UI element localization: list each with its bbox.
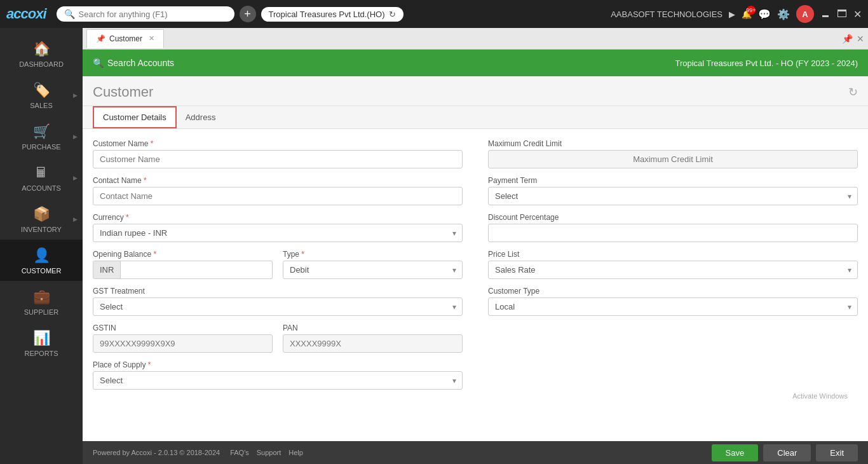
inventory-arrow: ▶: [73, 216, 78, 222]
add-button[interactable]: +: [240, 6, 256, 22]
sales-arrow: ▶: [73, 92, 78, 99]
tab-close-all-button[interactable]: ✕: [857, 34, 864, 44]
tab-close-button[interactable]: ✕: [149, 34, 154, 43]
green-header: 🔍 Search Accounts Tropical Treasures Pvt…: [83, 50, 868, 76]
dashboard-icon: 🏠: [33, 41, 50, 57]
windows-activate: Activate Windows: [93, 390, 858, 402]
sidebar-label-reports: REPORTS: [25, 350, 58, 357]
sidebar: 🏠 DASHBOARD 🏷️ SALES ▶ 🛒 PURCHASE ▶ 🖩 AC…: [0, 28, 83, 464]
search-accounts-label: Search Accounts: [107, 58, 174, 68]
sidebar-label-purchase: PURCHASE: [22, 143, 60, 151]
price-list-select[interactable]: Sales Rate: [488, 261, 858, 279]
notification-bell[interactable]: 🔔 99+: [742, 10, 752, 19]
sidebar-label-accounts: ACCOUNTS: [22, 184, 61, 192]
reports-icon: 📊: [33, 330, 50, 346]
user-label: AABASOFT TECHNOLOGIES: [611, 10, 722, 19]
tab-address[interactable]: Address: [177, 106, 225, 128]
contact-name-group: Contact Name *: [93, 176, 463, 205]
form-left-column: Customer Name * Contact Name * Currency …: [93, 139, 463, 390]
arrow-icon: ▶: [729, 10, 735, 19]
main-content: 📌 Customer ✕ 📌 ✕ 🔍 Search Accounts Tropi…: [83, 28, 868, 464]
tab-pin-button[interactable]: 📌: [842, 34, 853, 44]
sidebar-label-dashboard: DASHBOARD: [19, 60, 64, 68]
clear-button[interactable]: Clear: [763, 444, 811, 461]
sidebar-label-inventory: INVENTORY: [21, 226, 62, 233]
type-select[interactable]: Debit: [283, 261, 463, 279]
place-of-supply-select-wrapper: Select: [93, 371, 463, 390]
tab-bar: 📌 Customer ✕ 📌 ✕: [83, 28, 868, 50]
place-of-supply-select[interactable]: Select: [93, 371, 463, 390]
maximize-icon[interactable]: 🗖: [837, 8, 847, 20]
sales-icon: 🏷️: [33, 82, 50, 99]
gst-treatment-group: GST Treatment Select: [93, 287, 463, 316]
accounts-arrow: ▶: [73, 175, 78, 181]
opening-balance-input[interactable]: 0.00: [121, 261, 273, 279]
close-icon[interactable]: ✕: [853, 8, 862, 20]
search-bar[interactable]: 🔍: [57, 6, 234, 22]
page-refresh-button[interactable]: ↻: [848, 85, 858, 99]
settings-icon[interactable]: ⚙️: [777, 8, 790, 20]
inr-badge: INR: [93, 261, 121, 279]
sidebar-item-customer[interactable]: 👤 CUSTOMER: [0, 240, 83, 281]
footer-links: FAQ's Support Help: [230, 449, 303, 456]
payment-term-group: Payment Term Select: [488, 176, 858, 205]
opening-balance-label: Opening Balance *: [93, 250, 273, 259]
form-columns: Customer Name * Contact Name * Currency …: [93, 139, 858, 390]
notification-count: 99+: [747, 6, 756, 15]
customer-tab[interactable]: 📌 Customer ✕: [86, 29, 164, 48]
footer: Powered by Accoxi - 2.0.13 © 2018-2024 F…: [83, 441, 868, 464]
sidebar-label-customer: CUSTOMER: [22, 267, 62, 275]
sidebar-item-supplier[interactable]: 💼 SUPPLIER: [0, 281, 83, 322]
sidebar-item-inventory[interactable]: 📦 INVENTORY ▶: [0, 198, 83, 240]
tab-customer-details[interactable]: Customer Details: [93, 106, 177, 128]
exit-button[interactable]: Exit: [816, 444, 858, 461]
company-name: Tropical Treasures Pvt Ltd.(HO): [269, 10, 385, 19]
company-selector[interactable]: Tropical Treasures Pvt Ltd.(HO) ↻: [261, 7, 403, 22]
discount-percentage-input[interactable]: 0.00: [488, 224, 858, 242]
sidebar-item-accounts[interactable]: 🖩 ACCOUNTS ▶: [0, 157, 83, 198]
currency-group: Currency * Indian rupee - INR: [93, 213, 463, 242]
pan-input[interactable]: [283, 334, 463, 353]
supplier-icon: 💼: [33, 289, 50, 305]
accounts-icon: 🖩: [34, 165, 48, 181]
discount-percentage-group: Discount Percentage 0.00: [488, 213, 858, 242]
minimize-icon[interactable]: 🗕: [820, 8, 831, 20]
search-input[interactable]: [79, 10, 219, 19]
sidebar-item-reports[interactable]: 📊 REPORTS: [0, 322, 83, 364]
pan-label: PAN: [283, 324, 463, 332]
sidebar-item-sales[interactable]: 🏷️ SALES ▶: [0, 74, 83, 116]
sidebar-item-purchase[interactable]: 🛒 PURCHASE ▶: [0, 116, 83, 157]
sidebar-item-dashboard[interactable]: 🏠 DASHBOARD: [0, 33, 83, 74]
help-link[interactable]: Help: [288, 449, 303, 456]
opening-balance-type-row: Opening Balance * INR 0.00 Type *: [93, 250, 463, 279]
payment-term-select[interactable]: Select: [488, 187, 858, 205]
customer-name-group: Customer Name *: [93, 139, 463, 168]
purchase-icon: 🛒: [33, 123, 50, 140]
gst-treatment-select-wrapper: Select: [93, 297, 463, 316]
search-accounts-button[interactable]: 🔍 Search Accounts: [93, 58, 174, 68]
gst-treatment-select[interactable]: Select: [93, 297, 463, 316]
gst-treatment-label: GST Treatment: [93, 287, 463, 296]
page-title: Customer: [93, 84, 153, 100]
gstin-input[interactable]: [93, 334, 273, 353]
message-icon[interactable]: 💬: [758, 8, 771, 20]
customer-name-label: Customer Name *: [93, 139, 463, 148]
price-list-select-wrapper: Sales Rate: [488, 261, 858, 279]
payment-term-label: Payment Term: [488, 176, 858, 185]
save-button[interactable]: Save: [712, 444, 759, 461]
max-credit-limit-input[interactable]: [488, 150, 858, 168]
support-link[interactable]: Support: [257, 449, 281, 456]
payment-term-select-wrapper: Select: [488, 187, 858, 205]
currency-select[interactable]: Indian rupee - INR: [93, 224, 463, 242]
discount-percentage-label: Discount Percentage: [488, 213, 858, 222]
tab-pin-icon: 📌: [96, 34, 105, 43]
sub-tabs: Customer Details Address: [83, 106, 868, 129]
topbar: accoxi 🔍 + Tropical Treasures Pvt Ltd.(H…: [0, 0, 868, 28]
avatar[interactable]: A: [796, 5, 814, 23]
customer-type-select[interactable]: Local: [488, 297, 858, 316]
customer-name-input[interactable]: [93, 150, 463, 168]
search-accounts-icon: 🔍: [93, 58, 104, 68]
search-icon: 🔍: [64, 9, 75, 19]
faq-link[interactable]: FAQ's: [230, 449, 249, 456]
contact-name-input[interactable]: [93, 187, 463, 205]
